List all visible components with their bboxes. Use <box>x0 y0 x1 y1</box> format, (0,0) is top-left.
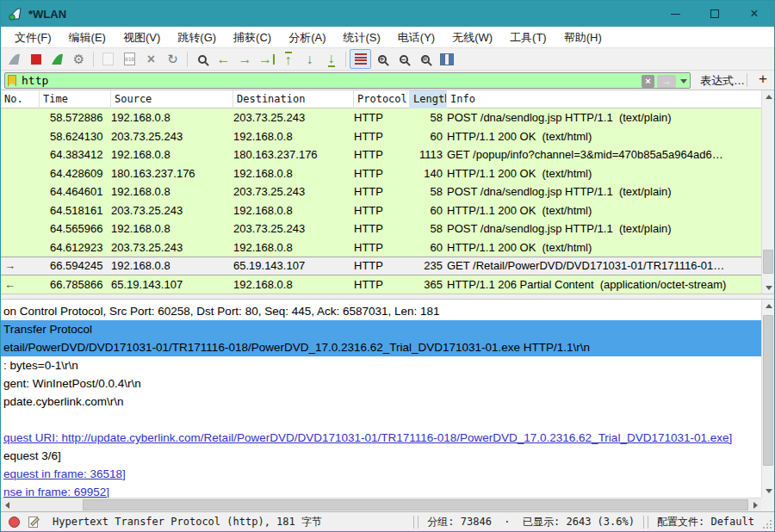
cell-info: HTTP/1.1 200 OK (text/html) <box>447 241 761 254</box>
filter-dropdown-icon[interactable] <box>680 79 687 84</box>
start-capture-icon[interactable] <box>3 49 25 69</box>
find-packet-icon[interactable] <box>191 49 213 69</box>
packet-list-scrollbar[interactable] <box>761 90 774 294</box>
display-filter-input[interactable]: http × → <box>4 72 691 89</box>
add-filter-button[interactable]: + <box>753 71 772 88</box>
maximize-button[interactable] <box>695 1 735 27</box>
capture-options-icon[interactable]: ⚙ <box>68 49 90 69</box>
column-header-protocol[interactable]: Protocol <box>354 90 410 108</box>
cell-info: HTTP/1.1 200 OK (text/html) <box>447 130 761 143</box>
menu-item-4[interactable]: 捕获(C) <box>225 27 280 48</box>
detail-line[interactable]: equest 3/6] <box>1 447 761 465</box>
stop-capture-icon[interactable] <box>25 49 46 69</box>
menu-item-0[interactable]: 文件(F) <box>6 27 60 48</box>
cell-time: 66.785866 <box>40 278 111 291</box>
menu-item-7[interactable]: 电话(Y) <box>389 27 443 48</box>
first-packet-icon[interactable]: ↑ <box>277 49 299 69</box>
filter-apply-button[interactable]: → <box>657 75 676 88</box>
cell-length: 58 <box>410 185 447 198</box>
table-row[interactable]: 64.612923203.73.25.243192.168.0.8HTTP60H… <box>1 238 761 257</box>
zoom-in-icon[interactable] <box>371 49 393 69</box>
menu-item-9[interactable]: 工具(T) <box>501 27 555 48</box>
detail-line[interactable]: : bytes=0-1\r\n <box>1 356 761 374</box>
detail-line[interactable]: Transfer Protocol <box>1 320 761 338</box>
toolbar-separator <box>345 52 346 67</box>
go-back-icon[interactable]: ← <box>213 49 234 69</box>
save-file-icon[interactable]: 010 <box>119 49 140 69</box>
column-header-time[interactable]: Time <box>40 90 111 108</box>
scrollbar-corner <box>761 498 774 511</box>
detail-line[interactable]: on Control Protocol, Src Port: 60258, Ds… <box>1 302 761 320</box>
capture-comment-icon[interactable] <box>28 516 40 529</box>
minimize-button[interactable] <box>655 1 695 27</box>
expression-button[interactable]: 表达式… <box>700 73 745 89</box>
close-file-icon[interactable]: × <box>140 49 162 69</box>
column-header-info[interactable]: Info <box>447 90 761 108</box>
open-file-icon[interactable] <box>97 49 119 69</box>
go-forward-icon[interactable]: → <box>234 49 256 69</box>
detail-line[interactable]: pdate.cyberlink.com\r\n <box>1 393 761 411</box>
menu-item-3[interactable]: 跳转(G) <box>169 27 225 48</box>
goto-packet-icon[interactable]: → <box>256 49 277 69</box>
zoom-reset-icon[interactable] <box>414 49 436 69</box>
profile-selector[interactable]: 配置文件: Default <box>650 515 761 529</box>
resize-columns-icon[interactable] <box>436 49 457 69</box>
detail-link-line[interactable]: nse in frame: 69952] <box>1 483 761 498</box>
horizontal-scroll-thumb[interactable] <box>83 499 748 510</box>
pane-splitter[interactable] <box>1 294 774 300</box>
next-packet-icon[interactable]: ↓ <box>299 49 320 69</box>
detail-line[interactable]: gent: WinInetPost/0.0.4\r\n <box>1 374 761 393</box>
cell-info: GET /popup/info?channel=3&mid=470b85a5a9… <box>447 148 761 161</box>
table-row[interactable]: ←66.78586665.19.143.107192.168.0.8HTTP36… <box>1 275 761 294</box>
menu-item-1[interactable]: 编辑(E) <box>60 27 115 48</box>
zoom-out-icon[interactable] <box>393 49 414 69</box>
table-row[interactable]: →66.594245192.168.0.865.19.143.107HTTP23… <box>1 257 761 275</box>
details-scrollbar[interactable] <box>761 300 774 498</box>
table-row[interactable]: 58.572886192.168.0.8203.73.25.243HTTP58P… <box>1 108 761 127</box>
filter-clear-button[interactable]: × <box>642 75 654 88</box>
column-header-no[interactable]: No. <box>1 90 40 108</box>
table-row[interactable]: 64.565966192.168.0.8203.73.25.243HTTP58P… <box>1 220 761 238</box>
scroll-up-icon[interactable] <box>762 300 775 312</box>
menu-item-2[interactable]: 视图(V) <box>115 27 169 48</box>
table-row[interactable]: 64.428609180.163.237.176192.168.0.8HTTP1… <box>1 164 761 183</box>
cell-destination: 203.73.25.243 <box>233 111 354 124</box>
scroll-up-icon[interactable] <box>762 90 775 103</box>
cell-destination: 180.163.237.176 <box>233 148 354 161</box>
last-packet-icon[interactable]: ↓ <box>320 49 342 69</box>
menu-item-10[interactable]: 帮助(H) <box>555 27 611 48</box>
column-header-source[interactable]: Source <box>111 90 233 108</box>
colorize-icon[interactable] <box>350 49 371 69</box>
scroll-right-icon[interactable] <box>749 498 762 511</box>
detail-link-line[interactable]: equest in frame: 36518] <box>1 465 761 483</box>
menu-item-6[interactable]: 统计(S) <box>334 27 388 48</box>
menu-item-5[interactable]: 分析(A) <box>280 27 334 48</box>
close-button[interactable]: × <box>735 1 774 27</box>
column-header-length[interactable]: Length <box>410 90 447 108</box>
details-scroll-thumb[interactable] <box>763 315 773 466</box>
restart-capture-icon[interactable] <box>46 49 68 69</box>
reload-file-icon[interactable]: ↻ <box>162 49 183 69</box>
table-row[interactable]: 64.464601192.168.0.8203.73.25.243HTTP58P… <box>1 182 761 201</box>
table-row[interactable]: 64.383412192.168.0.8180.163.237.176HTTP1… <box>1 145 761 164</box>
scroll-down-icon[interactable] <box>762 281 775 294</box>
detail-line[interactable] <box>1 411 761 429</box>
column-header-destination[interactable]: Destination <box>233 90 354 108</box>
detail-line[interactable]: etail/PowerDVD/DVD171031-01/TR171116-018… <box>1 338 761 356</box>
resize-grip[interactable] <box>761 520 772 530</box>
filter-bookmark-icon[interactable] <box>8 75 16 87</box>
details-horizontal-scrollbar[interactable] <box>1 498 762 511</box>
table-row[interactable]: 64.518161203.73.25.243192.168.0.8HTTP60H… <box>1 201 761 220</box>
menu-item-8[interactable]: 无线(W) <box>443 27 501 48</box>
cell-destination: 203.73.25.243 <box>233 185 354 198</box>
detail-link-line[interactable]: quest URI: http://update.cyberlink.com/R… <box>1 429 761 447</box>
table-row[interactable]: 58.624130203.73.25.243192.168.0.8HTTP60H… <box>1 127 761 146</box>
packet-details-pane: on Control Protocol, Src Port: 60258, Ds… <box>1 300 761 498</box>
cell-time: 64.565966 <box>40 222 111 235</box>
scroll-down-icon[interactable] <box>762 485 775 498</box>
packet-list-scroll-thumb[interactable] <box>763 250 773 274</box>
scroll-left-icon[interactable] <box>1 498 14 511</box>
expert-info-icon[interactable] <box>9 517 20 528</box>
cell-destination: 192.168.0.8 <box>233 204 354 217</box>
cell-protocol: HTTP <box>354 278 410 291</box>
